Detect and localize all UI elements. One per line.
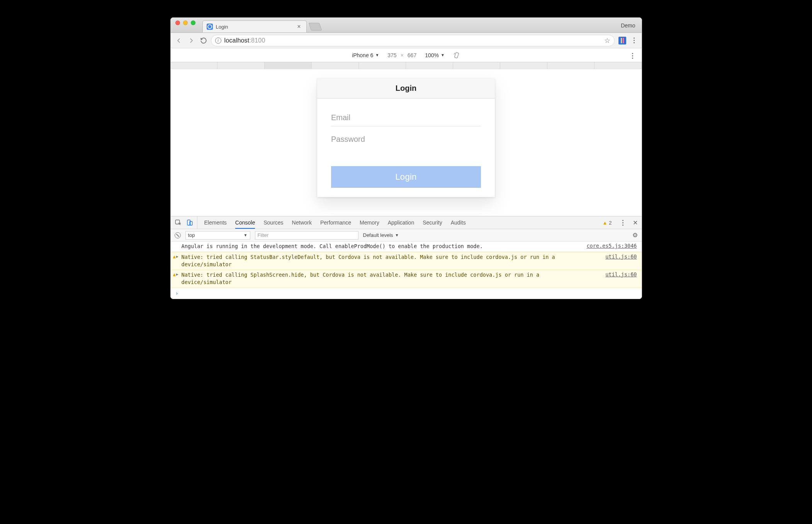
profile-label[interactable]: Demo — [621, 22, 637, 32]
devtools-tab-sources[interactable]: Sources — [263, 216, 283, 229]
browser-menu-button[interactable] — [630, 36, 639, 45]
console-message-source[interactable]: util.js:60 — [583, 253, 637, 269]
devtools-tab-console[interactable]: Console — [235, 216, 255, 229]
zoom-value: 100% — [425, 52, 439, 58]
warning-count: 2 — [609, 220, 612, 226]
app-frame: Login Login — [317, 78, 495, 197]
console-message[interactable]: ▲▶Native: tried calling StatusBar.styleD… — [171, 252, 642, 270]
dimension-x: × — [401, 52, 404, 58]
device-height: 667 — [408, 52, 416, 58]
bookmark-star-icon[interactable]: ☆ — [604, 36, 610, 45]
device-mode-icon[interactable] — [186, 219, 193, 226]
forward-button[interactable] — [186, 36, 196, 46]
back-button[interactable] — [174, 36, 184, 46]
login-form: Login — [317, 99, 495, 197]
device-dimensions[interactable]: 375 × 667 — [387, 52, 416, 58]
devtools-tab-application[interactable]: Application — [388, 216, 414, 229]
devtools-tab-security[interactable]: Security — [423, 216, 442, 229]
console-message-source[interactable]: core.es5.js:3046 — [582, 243, 637, 250]
chevron-down-icon: ▼ — [441, 53, 445, 57]
window-close-button[interactable] — [175, 20, 180, 25]
context-select[interactable]: top ▼ — [185, 231, 250, 240]
app-title: Login — [396, 84, 416, 93]
console-message-text: Native: tried calling SplashScreen.hide,… — [182, 271, 583, 286]
disclosure-triangle-icon[interactable]: ▶ — [176, 272, 178, 276]
console-message-source[interactable]: util.js:60 — [583, 271, 637, 286]
rotate-button[interactable] — [453, 52, 460, 59]
address-bar[interactable]: i localhost:8100 ☆ — [211, 35, 615, 46]
site-info-icon[interactable]: i — [215, 37, 221, 44]
clear-console-button[interactable] — [175, 232, 181, 238]
console-message-text: Native: tried calling StatusBar.styleDef… — [182, 253, 583, 269]
console-message[interactable]: Angular is running in the development mo… — [171, 242, 642, 252]
devtools-tabbar: ElementsConsoleSourcesNetworkPerformance… — [171, 216, 642, 229]
console-output: Angular is running in the development mo… — [171, 242, 642, 288]
tab-strip: Login × Demo — [171, 18, 642, 33]
console-message-text: Angular is running in the development mo… — [182, 243, 582, 250]
warning-icon: ▲ — [173, 254, 176, 259]
login-button[interactable]: Login — [331, 166, 481, 188]
toolbar: i localhost:8100 ☆ — [171, 33, 642, 48]
devtools-tab-network[interactable]: Network — [292, 216, 312, 229]
warning-icon: ▲ — [602, 220, 607, 226]
context-value: top — [188, 232, 195, 238]
new-tab-button[interactable] — [308, 23, 321, 31]
tab-close-button[interactable]: × — [296, 23, 302, 31]
warning-count-badge[interactable]: ▲ 2 — [602, 220, 612, 226]
zoom-select[interactable]: 100% ▼ — [425, 52, 445, 58]
prompt-caret-icon: › — [175, 290, 178, 296]
device-toolbar: iPhone 6 ▼ 375 × 667 100% ▼ — [171, 48, 642, 62]
browser-tab[interactable]: Login × — [202, 20, 307, 32]
responsive-ruler[interactable] — [171, 62, 642, 69]
device-select[interactable]: iPhone 6 ▼ — [352, 52, 379, 58]
app-header: Login — [317, 78, 495, 99]
console-prompt[interactable]: › — [171, 288, 642, 299]
log-levels-select[interactable]: Default levels ▼ — [363, 232, 399, 238]
chevron-down-icon: ▼ — [395, 233, 399, 237]
window-controls — [174, 18, 195, 32]
url-port: :8100 — [249, 37, 265, 44]
device-toolbar-menu[interactable] — [629, 51, 637, 60]
window-zoom-button[interactable] — [191, 20, 195, 25]
tab-favicon — [207, 24, 213, 30]
disclosure-triangle-icon[interactable]: ▶ — [176, 254, 178, 259]
devtools-menu-button[interactable] — [619, 218, 627, 227]
tab-title: Login — [216, 24, 228, 30]
chevron-down-icon: ▼ — [244, 233, 248, 237]
password-field[interactable] — [331, 132, 481, 148]
url-host: localhost — [224, 37, 250, 44]
device-width: 375 — [387, 52, 396, 58]
page-viewport: Login Login — [171, 69, 642, 216]
console-settings-button[interactable]: ⚙ — [632, 231, 638, 239]
email-field[interactable] — [331, 110, 481, 126]
extension-icon[interactable] — [618, 37, 626, 44]
window-minimize-button[interactable] — [183, 20, 188, 25]
reload-button[interactable] — [199, 36, 209, 46]
inspect-element-icon[interactable] — [175, 219, 182, 226]
console-toolbar: top ▼ Default levels ▼ ⚙ — [171, 229, 642, 242]
levels-label: Default levels — [363, 232, 393, 238]
devtools-close-button[interactable]: ✕ — [633, 219, 638, 226]
url-text: localhost:8100 — [224, 37, 265, 44]
devtools-tab-memory[interactable]: Memory — [360, 216, 379, 229]
devtools-tab-audits[interactable]: Audits — [451, 216, 466, 229]
console-filter-input[interactable] — [255, 231, 358, 240]
devtools-tab-performance[interactable]: Performance — [320, 216, 351, 229]
chevron-down-icon: ▼ — [375, 53, 379, 57]
devtools-tab-elements[interactable]: Elements — [204, 216, 227, 229]
browser-window: Login × Demo i localhost:8100 ☆ iPh — [170, 17, 642, 299]
device-name: iPhone 6 — [352, 52, 373, 58]
warning-icon: ▲ — [173, 272, 176, 277]
console-message[interactable]: ▲▶Native: tried calling SplashScreen.hid… — [171, 270, 642, 288]
